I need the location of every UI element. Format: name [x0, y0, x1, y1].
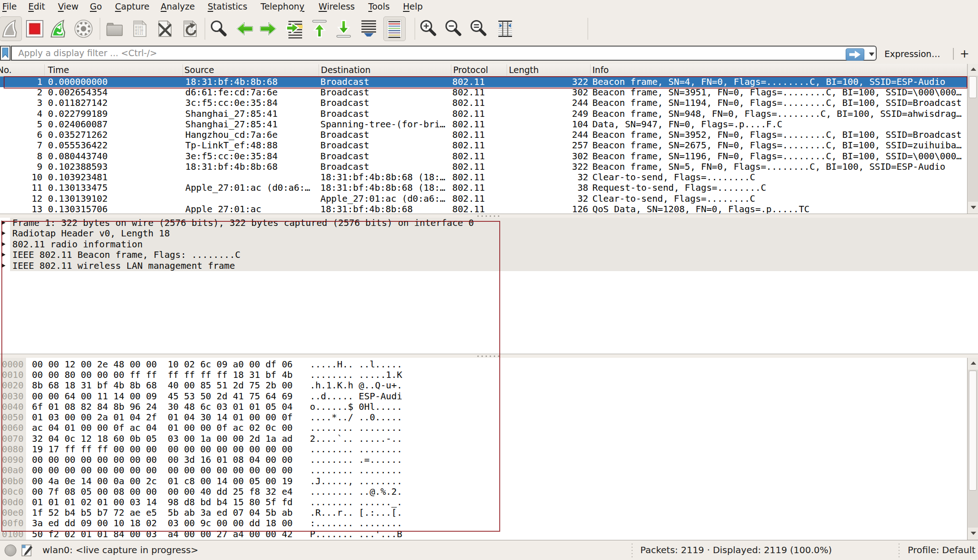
packet-row-13[interactable]: 130.130315706Apple_27:01:ac18:31:bf:4b:8… — [0, 204, 967, 214]
column-separator[interactable] — [590, 64, 591, 76]
menu-edit[interactable]: Edit — [28, 0, 45, 14]
expander-icon[interactable] — [1, 231, 5, 236]
filter-bookmark-button[interactable] — [0, 46, 10, 61]
packet-row-2[interactable]: 20.002654354d6:61:fe:cd:7a:6eBroadcast80… — [0, 87, 967, 98]
packet-row-4[interactable]: 40.022799189Shanghai_27:85:41Broadcast80… — [0, 109, 967, 119]
hex-scrollbar[interactable] — [967, 358, 978, 540]
packet-row-10[interactable]: 100.10392348118:31:bf:4b:8b:68 (18:…802.… — [0, 172, 967, 183]
column-header-destination[interactable]: Destination — [321, 64, 371, 76]
expander-icon[interactable] — [1, 252, 5, 257]
expression-button[interactable]: Expression… — [884, 47, 940, 61]
resize-columns-button[interactable] — [495, 18, 515, 39]
hex-row-00b0[interactable]: 00b000 4a 0e 14 00 0a 00 2c 01 c8 00 14 … — [0, 476, 967, 487]
hex-row-0050[interactable]: 005001 03 00 00 2a 01 04 2f 01 04 30 14 … — [0, 412, 967, 423]
detail-row[interactable]: IEEE 802.11 wireless LAN management fram… — [0, 261, 978, 271]
find-packet-button[interactable] — [209, 18, 229, 39]
expander-icon[interactable] — [1, 220, 5, 225]
hex-row-0030[interactable]: 003000 00 64 00 11 14 00 09 45 53 50 2d … — [0, 391, 967, 402]
menu-capture[interactable]: Capture — [115, 0, 150, 14]
menu-telephony[interactable]: Telephony — [261, 0, 304, 14]
hex-row-0020[interactable]: 00208b 68 18 31 bf 4b 8b 68 40 00 85 51 … — [0, 380, 967, 391]
scroll-up-button[interactable] — [968, 358, 978, 370]
hex-row-00c0[interactable]: 00c000 7f 08 05 00 08 00 00 00 00 40 dd … — [0, 487, 967, 497]
column-separator[interactable] — [44, 64, 45, 76]
restart-capture-button[interactable] — [49, 18, 69, 39]
menu-analyze[interactable]: Analyze — [161, 0, 195, 14]
column-header-source[interactable]: Source — [184, 64, 214, 76]
column-separator[interactable] — [507, 64, 507, 76]
save-file-button[interactable] — [130, 18, 150, 39]
scroll-down-button[interactable] — [968, 202, 978, 214]
add-filter-button[interactable]: + — [960, 44, 969, 64]
close-file-button[interactable] — [155, 18, 175, 39]
hex-row-00f0[interactable]: 00f03a ed dd 09 00 10 18 02 03 00 9c 00 … — [0, 518, 967, 529]
expander-icon[interactable] — [1, 263, 5, 268]
zoom-original-button[interactable] — [469, 18, 489, 39]
packet-row-5[interactable]: 50.024060087Shanghai_27:85:41Spanning-tr… — [0, 119, 967, 130]
go-back-button[interactable] — [235, 18, 255, 39]
menu-wireless[interactable]: Wireless — [319, 0, 355, 14]
hex-row-0070[interactable]: 007032 04 0c 12 18 60 0b 05 03 00 1a 00 … — [0, 434, 967, 444]
hex-row-00d0[interactable]: 00d001 01 01 02 01 00 03 14 98 d8 bd b4 … — [0, 497, 967, 508]
menu-help[interactable]: Help — [403, 0, 423, 14]
go-forward-button[interactable] — [258, 18, 278, 39]
column-separator[interactable] — [319, 64, 319, 76]
hex-row-0090[interactable]: 009000 00 00 00 00 00 00 00 00 3d 16 01 … — [0, 455, 967, 465]
scrollbar-thumb[interactable] — [969, 371, 977, 491]
hex-row-0100[interactable]: 010050 f2 02 01 01 84 00 03 a4 00 00 27 … — [0, 529, 967, 539]
column-separator[interactable] — [183, 64, 183, 76]
expander-icon[interactable] — [1, 242, 5, 246]
list-details-splitter[interactable] — [0, 214, 978, 218]
hex-row-0080[interactable]: 008019 17 ff ff ff 00 00 00 00 00 00 00 … — [0, 444, 967, 455]
scroll-down-button[interactable] — [968, 528, 978, 539]
capture-options-button[interactable] — [73, 18, 94, 39]
hex-row-00a0[interactable]: 00a000 00 00 00 00 00 00 00 00 00 00 00 … — [0, 465, 967, 476]
scroll-up-button[interactable] — [968, 64, 978, 76]
hex-row-0010[interactable]: 001000 00 80 00 00 00 ff ff ff ff ff ff … — [0, 370, 967, 380]
detail-row[interactable]: Radiotap Header v0, Length 18 — [0, 228, 978, 239]
go-last-packet-button[interactable] — [334, 18, 354, 39]
menu-go[interactable]: Go — [90, 0, 102, 14]
hex-row-00e0[interactable]: 00e01f 52 b4 b5 b7 72 ae e5 5b ab 3a ed … — [0, 508, 967, 518]
detail-row[interactable]: IEEE 802.11 Beacon frame, Flags: .......… — [0, 250, 978, 260]
hex-row-0060[interactable]: 0060ac 04 01 00 00 0f ac 04 01 00 00 0f … — [0, 423, 967, 433]
packet-list-scrollbar[interactable] — [967, 64, 978, 214]
open-file-button[interactable] — [105, 18, 125, 39]
packet-row-3[interactable]: 30.0118271423c:f5:cc:0e:35:84Broadcast80… — [0, 98, 967, 108]
reload-file-button[interactable] — [180, 18, 200, 39]
column-header-protocol[interactable]: Protocol — [453, 64, 488, 76]
packet-row-6[interactable]: 60.035271262Hangzhou_cd:7a:6eBroadcast80… — [0, 130, 967, 140]
column-header-no[interactable]: No. — [0, 64, 12, 76]
apply-filter-button[interactable] — [846, 48, 864, 61]
packet-row-12[interactable]: 120.130139102Apple_27:01:ac (d0:a6:…802.… — [0, 194, 967, 204]
expert-info-icon[interactable] — [5, 544, 16, 556]
menu-statistics[interactable]: Statistics — [208, 0, 247, 14]
packet-row-11[interactable]: 110.130133475Apple_27:01:ac (d0:a6:…18:3… — [0, 183, 967, 193]
colorize-packets-button[interactable] — [384, 18, 404, 39]
column-header-length[interactable]: Length — [509, 64, 539, 76]
start-capture-button[interactable] — [0, 18, 21, 39]
menu-view[interactable]: View — [58, 0, 78, 14]
zoom-out-button[interactable] — [444, 18, 464, 39]
packet-row-7[interactable]: 70.055536422Tp-LinkT_ef:48:88Broadcast80… — [0, 140, 967, 151]
column-header-info[interactable]: Info — [592, 64, 609, 76]
hex-row-0000[interactable]: 000000 00 12 00 2e 48 00 00 10 02 6c 09 … — [0, 359, 967, 370]
column-header-time[interactable]: Time — [48, 64, 69, 76]
display-filter-input[interactable]: Apply a display filter ... <Ctrl-/> — [11, 46, 877, 61]
detail-row[interactable]: 802.11 radio information — [0, 239, 978, 250]
details-hex-splitter[interactable] — [0, 354, 978, 358]
packet-row-9[interactable]: 90.10238859318:31:bf:4b:8b:68Broadcast80… — [0, 162, 967, 172]
go-to-packet-button[interactable] — [285, 18, 305, 39]
go-first-packet-button[interactable] — [309, 18, 329, 39]
packet-row-1[interactable]: 10.00000000018:31:bf:4b:8b:68Broadcast80… — [0, 77, 967, 87]
menu-file[interactable]: File — [2, 0, 17, 14]
hex-row-0040[interactable]: 00406f 01 08 82 84 8b 96 24 30 48 6c 03 … — [0, 402, 967, 412]
detail-row[interactable]: Frame 1: 322 bytes on wire (2576 bits), … — [0, 218, 978, 228]
stop-capture-button[interactable] — [25, 18, 45, 39]
packet-row-8[interactable]: 80.0804437403e:f5:cc:0e:35:84Broadcast80… — [0, 151, 967, 162]
filter-dropdown-caret[interactable] — [869, 52, 874, 56]
zoom-in-button[interactable] — [418, 18, 439, 39]
scrollbar-thumb[interactable] — [969, 76, 977, 98]
column-separator[interactable] — [451, 64, 451, 76]
menu-tools[interactable]: Tools — [368, 0, 390, 14]
